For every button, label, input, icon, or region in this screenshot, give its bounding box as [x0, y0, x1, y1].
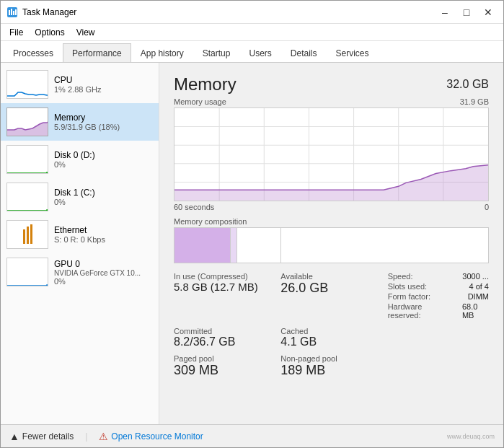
usage-chart-max: 31.9 GB	[460, 97, 489, 106]
open-monitor-button[interactable]: ⚠ Open Resource Monitor	[99, 431, 203, 442]
tab-bar: Processes Performance App history Startu…	[1, 41, 503, 63]
tab-services[interactable]: Services	[327, 43, 379, 62]
sidebar-item-memory[interactable]: Memory 5.9/31.9 GB (18%)	[1, 103, 159, 141]
minimize-button[interactable]: –	[436, 4, 454, 20]
comp-free	[281, 228, 488, 263]
usage-chart	[174, 107, 489, 201]
available-value: 26.0 GB	[280, 281, 381, 296]
disk1-sub: 0%	[54, 198, 153, 206]
gpu0-info: GPU 0 NVIDIA GeForce GTX 10... 0%	[54, 259, 153, 286]
app-icon	[6, 6, 18, 18]
fewer-details-label: Fewer details	[22, 431, 74, 442]
monitor-icon: ⚠	[99, 431, 108, 442]
svg-rect-1	[9, 10, 10, 15]
disk1-info: Disk 1 (C:) 0%	[54, 188, 153, 206]
footer-separator: |	[85, 431, 87, 442]
stat-committed: Committed 8.2/36.7 GB	[174, 327, 275, 348]
ethernet-thumbnail	[6, 220, 48, 249]
chart-time-row: 60 seconds 0	[174, 203, 489, 211]
open-monitor-link[interactable]: Open Resource Monitor	[111, 431, 203, 442]
disk0-thumbnail	[6, 145, 48, 174]
menu-options[interactable]: Options	[29, 26, 70, 39]
tab-users[interactable]: Users	[239, 43, 280, 62]
disk1-thumbnail	[6, 183, 48, 211]
paged-pool-value: 309 MB	[174, 363, 275, 378]
stats-right: Speed: 3000 ... Slots used: 4 of 4 Form …	[388, 272, 489, 321]
speed-label: Speed:	[388, 272, 413, 281]
tab-startup[interactable]: Startup	[193, 43, 240, 62]
tab-processes[interactable]: Processes	[4, 43, 63, 62]
ethernet-info: Ethernet S: 0 R: 0 Kbps	[54, 225, 153, 244]
composition-section: Memory composition	[174, 217, 489, 263]
menu-view[interactable]: View	[71, 26, 101, 39]
in-use-label: In use (Compressed)	[174, 272, 275, 281]
svg-rect-4	[15, 9, 17, 15]
memory-info: Memory 5.9/31.9 GB (18%)	[54, 113, 153, 131]
svg-rect-11	[27, 227, 29, 244]
detail-title: Memory	[174, 74, 236, 95]
committed-value: 8.2/36.7 GB	[174, 335, 275, 348]
tab-app-history[interactable]: App history	[131, 43, 193, 62]
form-value: DIMM	[468, 292, 489, 301]
stats-section: In use (Compressed) 5.8 GB (12.7 MB) Ava…	[174, 272, 489, 378]
comp-modified	[231, 228, 237, 263]
memory-title: Memory	[54, 113, 153, 123]
gpu0-sub-model: NVIDIA GeForce GTX 10...	[54, 269, 153, 277]
committed-label: Committed	[174, 327, 275, 335]
stat-in-use: In use (Compressed) 5.8 GB (12.7 MB)	[174, 272, 275, 321]
disk1-title: Disk 1 (C:)	[54, 188, 153, 198]
slots-label: Slots used:	[388, 282, 427, 291]
svg-rect-13	[7, 258, 48, 286]
detail-panel: Memory 32.0 GB Memory usage 31.9 GB	[159, 63, 503, 424]
cached-value: 4.1 GB	[280, 335, 381, 348]
form-row: Form factor: DIMM	[388, 292, 489, 301]
usage-chart-section: Memory usage 31.9 GB	[174, 97, 489, 211]
sidebar-item-disk0[interactable]: Disk 0 (D:) 0%	[1, 141, 159, 178]
fewer-details-button[interactable]: ▲ Fewer details	[9, 431, 74, 442]
non-paged-pool-label: Non-paged pool	[280, 354, 381, 363]
stat-cached: Cached 4.1 GB	[280, 327, 381, 348]
stat-paged-pool: Paged pool 309 MB	[174, 354, 275, 378]
maximize-button[interactable]: □	[457, 4, 476, 20]
close-button[interactable]: ✕	[479, 4, 498, 20]
gpu0-title: GPU 0	[54, 259, 153, 269]
available-label: Available	[280, 272, 381, 281]
title-bar-controls: – □ ✕	[436, 4, 498, 20]
main-content: CPU 1% 2.88 GHz Memory 5.9/31.9 GB (18%)	[1, 63, 503, 424]
svg-rect-7	[7, 146, 48, 174]
form-label: Form factor:	[388, 292, 430, 301]
memory-sub: 5.9/31.9 GB (18%)	[54, 123, 153, 131]
sidebar-item-ethernet[interactable]: Ethernet S: 0 R: 0 Kbps	[1, 216, 159, 253]
ethernet-sub: S: 0 R: 0 Kbps	[54, 235, 153, 244]
tab-details[interactable]: Details	[281, 43, 327, 62]
footer: ▲ Fewer details | ⚠ Open Resource Monito…	[1, 424, 503, 447]
watermark: www.deuaq.com	[447, 433, 495, 440]
slots-value: 4 of 4	[469, 282, 489, 291]
sidebar-item-gpu0[interactable]: GPU 0 NVIDIA GeForce GTX 10... 0%	[1, 253, 159, 291]
svg-rect-10	[23, 229, 25, 244]
comp-in-use	[174, 228, 231, 263]
paged-pool-label: Paged pool	[174, 354, 275, 363]
disk0-sub: 0%	[54, 160, 153, 169]
svg-rect-3	[13, 11, 14, 15]
task-manager-window: Task Manager – □ ✕ File Options View Pro…	[0, 0, 504, 448]
composition-label: Memory composition	[174, 217, 489, 226]
cpu-info: CPU 1% 2.88 GHz	[54, 75, 153, 94]
sidebar-item-cpu[interactable]: CPU 1% 2.88 GHz	[1, 66, 159, 103]
slots-row: Slots used: 4 of 4	[388, 282, 489, 291]
hw-reserved-value: 68.0 MB	[462, 302, 489, 320]
speed-value: 3000 ...	[462, 272, 489, 281]
hw-reserved-label: Hardware reserved:	[388, 302, 451, 320]
hw-reserved-row: Hardware reserved: 68.0 MB	[388, 302, 489, 320]
title-bar: Task Manager – □ ✕	[1, 1, 503, 24]
menu-bar: File Options View	[1, 24, 503, 41]
tab-performance[interactable]: Performance	[63, 43, 131, 62]
svg-rect-12	[30, 224, 32, 244]
sidebar-item-disk1[interactable]: Disk 1 (C:) 0%	[1, 178, 159, 216]
cpu-thumbnail	[6, 70, 48, 99]
cpu-sub: 1% 2.88 GHz	[54, 85, 153, 94]
detail-header: Memory 32.0 GB	[174, 74, 489, 95]
menu-file[interactable]: File	[4, 26, 29, 39]
chart-time-left: 60 seconds	[174, 203, 214, 211]
in-use-value: 5.8 GB (12.7 MB)	[174, 281, 275, 293]
